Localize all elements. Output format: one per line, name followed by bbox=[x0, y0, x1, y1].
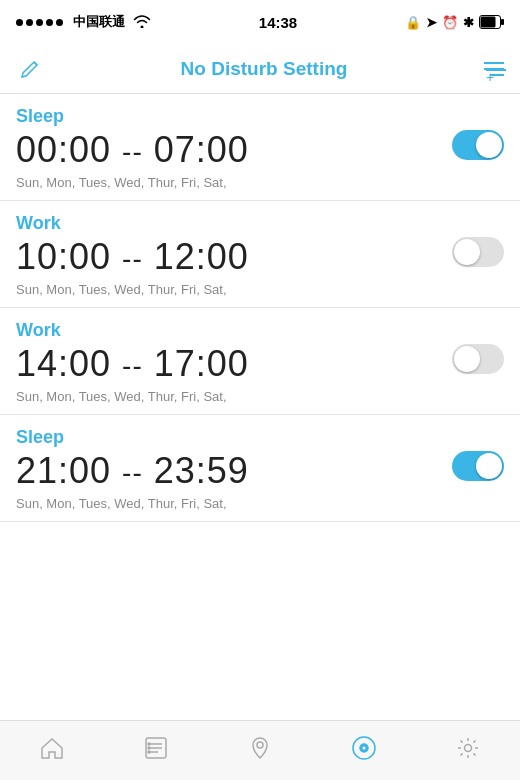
add-list-button[interactable]: + bbox=[484, 62, 504, 76]
svg-point-13 bbox=[363, 746, 366, 749]
toggle-switch[interactable] bbox=[452, 344, 504, 374]
settings-icon bbox=[454, 734, 482, 768]
battery-icon bbox=[479, 15, 504, 29]
svg-point-7 bbox=[148, 743, 150, 745]
lock-icon: 🔒 bbox=[405, 15, 421, 30]
schedule-item-work-2: Work 14:00 -- 17:00 Sun, Mon, Tues, Wed,… bbox=[0, 308, 520, 415]
toggle-knob bbox=[476, 453, 502, 479]
svg-point-9 bbox=[148, 751, 150, 753]
tab-settings[interactable] bbox=[416, 721, 520, 780]
toggle-switch[interactable] bbox=[452, 130, 504, 160]
status-time: 14:38 bbox=[259, 14, 297, 31]
list-icon bbox=[142, 734, 170, 768]
svg-point-10 bbox=[257, 742, 263, 748]
location-icon: ➤ bbox=[426, 15, 437, 30]
schedule-days: Sun, Mon, Tues, Wed, Thur, Fri, Sat, bbox=[16, 282, 504, 297]
toggle-area[interactable] bbox=[452, 237, 504, 271]
home-icon bbox=[38, 734, 66, 768]
alarm-icon: ⏰ bbox=[442, 15, 458, 30]
toggle-switch[interactable] bbox=[452, 451, 504, 481]
header: No Disturb Setting + bbox=[0, 44, 520, 94]
schedule-label: Sleep bbox=[16, 106, 504, 127]
schedule-label: Work bbox=[16, 213, 504, 234]
page-title: No Disturb Setting bbox=[181, 58, 348, 80]
tab-list[interactable] bbox=[104, 721, 208, 780]
schedule-list: Sleep 00:00 -- 07:00 Sun, Mon, Tues, Wed… bbox=[0, 94, 520, 720]
tab-home[interactable] bbox=[0, 721, 104, 780]
tab-music[interactable] bbox=[312, 721, 416, 780]
wifi-icon bbox=[133, 14, 151, 31]
schedule-item-sleep-1: Sleep 00:00 -- 07:00 Sun, Mon, Tues, Wed… bbox=[0, 94, 520, 201]
schedule-days: Sun, Mon, Tues, Wed, Thur, Fri, Sat, bbox=[16, 175, 504, 190]
status-right: 🔒 ➤ ⏰ ✱ bbox=[405, 15, 504, 30]
location-tab-icon bbox=[246, 734, 274, 768]
schedule-label: Sleep bbox=[16, 427, 504, 448]
svg-point-8 bbox=[148, 747, 150, 749]
svg-rect-2 bbox=[481, 17, 496, 28]
status-bar: 中国联通 14:38 🔒 ➤ ⏰ ✱ bbox=[0, 0, 520, 44]
toggle-switch[interactable] bbox=[452, 237, 504, 267]
toggle-knob bbox=[454, 346, 480, 372]
toggle-area[interactable] bbox=[452, 130, 504, 164]
svg-point-14 bbox=[465, 744, 472, 751]
tab-location[interactable] bbox=[208, 721, 312, 780]
bluetooth-icon: ✱ bbox=[463, 15, 474, 30]
schedule-item-sleep-2: Sleep 21:00 -- 23:59 Sun, Mon, Tues, Wed… bbox=[0, 415, 520, 522]
schedule-time: 21:00 -- 23:59 bbox=[16, 450, 504, 492]
svg-rect-1 bbox=[501, 19, 504, 25]
toggle-knob bbox=[454, 239, 480, 265]
schedule-item-work-1: Work 10:00 -- 12:00 Sun, Mon, Tues, Wed,… bbox=[0, 201, 520, 308]
toggle-area[interactable] bbox=[452, 344, 504, 378]
schedule-days: Sun, Mon, Tues, Wed, Thur, Fri, Sat, bbox=[16, 496, 504, 511]
schedule-time: 10:00 -- 12:00 bbox=[16, 236, 504, 278]
toggle-knob bbox=[476, 132, 502, 158]
tab-bar bbox=[0, 720, 520, 780]
toggle-area[interactable] bbox=[452, 451, 504, 485]
music-icon bbox=[350, 734, 378, 768]
schedule-time: 14:00 -- 17:00 bbox=[16, 343, 504, 385]
schedule-label: Work bbox=[16, 320, 504, 341]
schedule-time: 00:00 -- 07:00 bbox=[16, 129, 504, 171]
edit-button[interactable] bbox=[16, 55, 44, 83]
carrier-label: 中国联通 bbox=[73, 13, 125, 31]
schedule-days: Sun, Mon, Tues, Wed, Thur, Fri, Sat, bbox=[16, 389, 504, 404]
status-left: 中国联通 bbox=[16, 13, 151, 31]
signal-dots bbox=[16, 19, 63, 26]
